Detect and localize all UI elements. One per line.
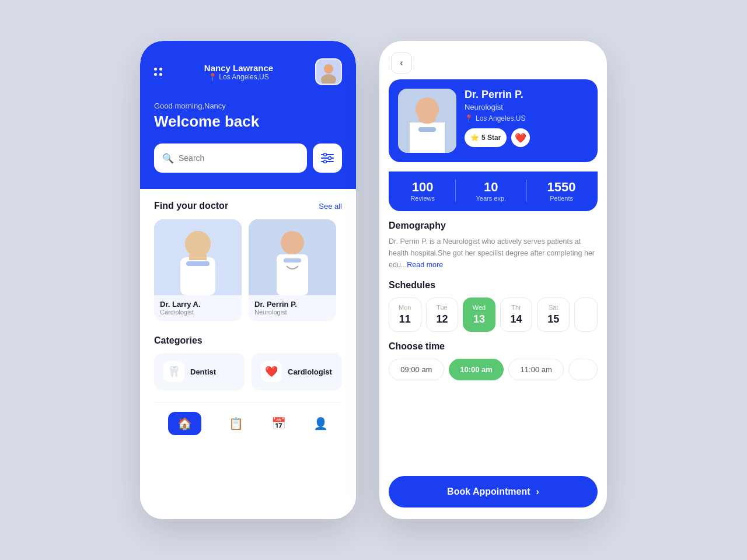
stat-divider-2 [526, 180, 527, 202]
time-10am[interactable]: 10:00 am [449, 359, 504, 380]
nav-calendar[interactable]: 📅 [271, 416, 286, 430]
profile-icon: 👤 [313, 416, 328, 430]
doctor-profile-image [398, 89, 456, 153]
schedule-day-mon[interactable]: Mon 11 [389, 298, 421, 332]
book-appointment-label: Book Appointment [447, 487, 530, 497]
doctor-card-larry[interactable]: Dr. Larry A. Cardiologist [154, 219, 242, 321]
demography-title: Demography [389, 220, 598, 231]
day-label-wed: Wed [467, 304, 491, 311]
schedules-title: Schedules [389, 280, 598, 290]
user-info: Nancy Lawrance 📍 Los Angeles,US [204, 63, 273, 81]
schedule-day-wed[interactable]: Wed 13 [463, 298, 495, 332]
rating-badge[interactable]: ⭐ 5 Star [465, 128, 507, 147]
favorite-badge[interactable]: ❤️ [511, 128, 530, 147]
stats-row: 100 Reviews 10 Years exp. 1550 Petients [389, 172, 598, 211]
schedule-day-sat[interactable]: Sat 15 [537, 298, 570, 332]
day-num-tue: 12 [430, 313, 455, 326]
left-header: Nancy Lawrance 📍 Los Angeles,US [154, 58, 342, 85]
user-name: Nancy Lawrance [204, 63, 273, 73]
day-label-sat: Sat [541, 304, 566, 311]
day-num-sat: 15 [541, 313, 566, 326]
doctor-larry-info: Dr. Larry A. Cardiologist [154, 295, 242, 321]
svg-rect-13 [189, 254, 207, 260]
demography-text: Dr. Perrin P. is a Neurologist who activ… [389, 236, 598, 271]
stat-divider-1 [455, 180, 456, 202]
choose-time-title: Choose time [389, 341, 598, 352]
category-cardiologist[interactable]: ❤️ Cardiologist [252, 353, 342, 390]
svg-point-22 [418, 114, 436, 124]
reviews-count: 100 [410, 180, 435, 195]
doctor-profile-location: 📍 Los Angeles,US [465, 114, 588, 123]
schedule-day-thr[interactable]: Thr 14 [500, 298, 533, 332]
time-row: 09:00 am 10:00 am 11:00 am [389, 359, 598, 380]
svg-point-0 [324, 64, 333, 74]
schedule-day-tue[interactable]: Tue 12 [426, 298, 459, 332]
day-num-thr: 14 [504, 313, 529, 326]
doctor-perrin-name: Dr. Perrin P. [254, 300, 330, 309]
svg-point-6 [329, 157, 331, 160]
doctor-larry-name: Dr. Larry A. [160, 300, 236, 309]
category-dentist[interactable]: 🦷 Dentist [154, 353, 245, 390]
nav-list[interactable]: 📋 [229, 416, 243, 430]
categories-title: Categories [154, 335, 342, 346]
right-scroll-area: Demography Dr. Perrin P. is a Neurologis… [379, 211, 607, 476]
home-icon: 🏠 [177, 417, 192, 430]
svg-rect-11 [186, 261, 210, 266]
filter-button[interactable] [313, 144, 342, 173]
doctor-larry-image [154, 219, 242, 295]
svg-point-5 [324, 153, 327, 156]
stat-reviews: 100 Reviews [410, 180, 435, 202]
time-11am[interactable]: 11:00 am [508, 359, 564, 380]
categories-section: Categories 🦷 Dentist ❤️ Cardiologist [154, 335, 342, 390]
avatar[interactable] [315, 58, 342, 85]
day-num-mon: 11 [393, 313, 417, 326]
find-doctor-header: Find your doctor See all [154, 201, 342, 211]
doctor-profile-card: Dr. Perrin P. Neurologist 📍 Los Angeles,… [389, 79, 598, 162]
back-button[interactable]: ‹ [391, 52, 412, 74]
svg-point-12 [185, 231, 211, 257]
nav-home[interactable]: 🏠 [168, 412, 201, 435]
cardiologist-icon: ❤️ [261, 361, 282, 382]
patients-count: 1550 [547, 180, 576, 195]
search-box[interactable]: 🔍 [154, 144, 307, 173]
phone-left: Nancy Lawrance 📍 Los Angeles,US Good mor… [140, 41, 356, 519]
doctor-card-perrin[interactable]: Dr. Perrin P. Neurologist [249, 219, 336, 321]
day-num-wed: 13 [467, 313, 491, 326]
day-label-mon: Mon [393, 304, 417, 311]
read-more-link[interactable]: Read more [407, 261, 443, 269]
svg-point-15 [281, 231, 304, 254]
bottom-nav: 🏠 📋 📅 👤 [154, 402, 342, 447]
svg-rect-21 [418, 127, 436, 132]
book-appointment-button[interactable]: Book Appointment › [389, 476, 598, 508]
list-icon: 📋 [229, 416, 243, 430]
doctors-row: Dr. Larry A. Cardiologist [154, 219, 342, 321]
right-header: ‹ [379, 41, 607, 79]
schedule-row: Mon 11 Tue 12 Wed 13 Thr 14 [389, 298, 598, 332]
patients-label: Petients [547, 195, 576, 202]
experience-label: Years exp. [476, 195, 506, 202]
doctor-profile-name: Dr. Perrin P. [465, 89, 588, 101]
schedules-section: Schedules Mon 11 Tue 12 Wed 13 [389, 280, 598, 332]
doctor-profile-info: Dr. Perrin P. Neurologist 📍 Los Angeles,… [465, 89, 588, 147]
doctor-perrin-info: Dr. Perrin P. Neurologist [249, 295, 336, 321]
svg-point-1 [321, 74, 336, 83]
search-input[interactable] [179, 153, 299, 163]
menu-dots[interactable] [154, 68, 162, 76]
see-all-link[interactable]: See all [319, 202, 342, 211]
phone-top-section: Nancy Lawrance 📍 Los Angeles,US Good mor… [140, 41, 356, 189]
time-9am[interactable]: 09:00 am [389, 359, 444, 380]
find-doctor-title: Find your doctor [154, 201, 228, 211]
location-pin-icon: 📍 [465, 114, 473, 123]
star-icon: ⭐ [470, 134, 479, 142]
stat-patients: 1550 Petients [547, 180, 576, 202]
calendar-icon: 📅 [271, 416, 286, 430]
doctor-perrin-image [249, 219, 336, 295]
phones-container: Nancy Lawrance 📍 Los Angeles,US Good mor… [140, 41, 607, 519]
book-arrow-icon: › [536, 487, 539, 497]
nav-profile[interactable]: 👤 [313, 416, 328, 430]
partial-time-item [568, 359, 598, 380]
dentist-label: Dentist [190, 368, 216, 376]
svg-rect-20 [410, 123, 445, 153]
day-label-tue: Tue [430, 304, 455, 311]
phone-right: ‹ Dr. Perrin P. Neurologist 📍 Los Angele… [379, 41, 607, 519]
